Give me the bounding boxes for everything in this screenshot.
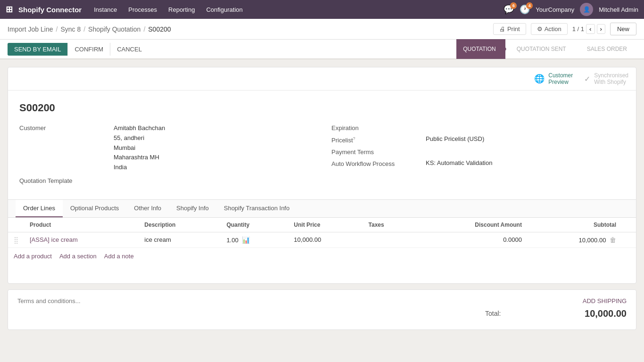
col-taxes: Taxes bbox=[363, 218, 415, 232]
main-content: 🌐 CustomerPreview ✓ SynchronisedWith Sho… bbox=[0, 59, 644, 360]
col-discount: Discount Amount bbox=[415, 218, 528, 232]
payment-terms-field: Payment Terms bbox=[331, 148, 625, 156]
action-button[interactable]: ⚙ Action bbox=[531, 23, 568, 35]
document-number: S00200 bbox=[19, 102, 625, 114]
chart-icon[interactable]: 📊 bbox=[242, 236, 250, 244]
terms-input[interactable] bbox=[17, 297, 298, 304]
terms-section bbox=[17, 297, 485, 304]
menu-processes[interactable]: Processes bbox=[124, 4, 162, 15]
totals-section: ADD SHIPPING Total: 10,000.00 bbox=[485, 297, 627, 322]
clock-badge: 4 bbox=[526, 2, 533, 9]
cancel-action-button[interactable]: CANCEL bbox=[110, 43, 149, 56]
print-icon: 🖨 bbox=[499, 25, 505, 33]
tab-other-info[interactable]: Other Info bbox=[126, 200, 169, 217]
total-value: 10,000.00 bbox=[585, 308, 627, 319]
add-shipping-link[interactable]: ADD SHIPPING bbox=[485, 297, 627, 304]
menu-instance[interactable]: Instance bbox=[89, 4, 122, 15]
breadcrumb-sync[interactable]: Sync 8 bbox=[60, 25, 81, 33]
sync-item: ✓ SynchronisedWith Shopify bbox=[584, 72, 628, 85]
customer-preview-item[interactable]: 🌐 CustomerPreview bbox=[534, 72, 573, 85]
form-left: Customer Amitabh Bachchan 55, andheri Mu… bbox=[19, 123, 313, 188]
step-quotation-sent[interactable]: QUOTATION SENT bbox=[505, 39, 576, 59]
user-name: Mitchell Admin bbox=[599, 6, 638, 13]
chat-button[interactable]: 💬 6 bbox=[504, 4, 514, 15]
send-email-button[interactable]: SEND BY EMAIL bbox=[8, 43, 67, 56]
menu-reporting[interactable]: Reporting bbox=[164, 4, 199, 15]
breadcrumb-import-job-line[interactable]: Import Job Line bbox=[8, 25, 53, 33]
main-card: 🌐 CustomerPreview ✓ SynchronisedWith Sho… bbox=[8, 67, 636, 284]
print-button[interactable]: 🖨 Print bbox=[493, 23, 526, 35]
cell-unit-price[interactable]: 10,000.00 bbox=[288, 232, 363, 247]
pricelist-label: Pricelist? bbox=[331, 135, 426, 144]
sep-3: / bbox=[143, 25, 145, 33]
avatar[interactable]: 👤 bbox=[580, 3, 593, 16]
cell-quantity: 1.00 📊 bbox=[221, 232, 288, 247]
customer-value[interactable]: Amitabh Bachchan 55, andheri Mumbai Maha… bbox=[114, 123, 313, 173]
breadcrumb-current: S00200 bbox=[148, 25, 171, 33]
add-note-link[interactable]: Add a note bbox=[104, 253, 134, 260]
prev-page-button[interactable]: ‹ bbox=[586, 24, 594, 34]
form-right: Expiration Pricelist? Public Pricelist (… bbox=[331, 123, 625, 188]
grid-icon[interactable]: ⊞ bbox=[6, 4, 13, 15]
breadcrumb: Import Job Line / Sync 8 / Shopify Quota… bbox=[8, 25, 171, 33]
tab-shopify-info[interactable]: Shopify Info bbox=[169, 200, 216, 217]
step-quotation[interactable]: QUOTATION bbox=[456, 39, 505, 59]
breadcrumb-shopify-quotation[interactable]: Shopify Quotation bbox=[88, 25, 140, 33]
customer-field: Customer Amitabh Bachchan 55, andheri Mu… bbox=[19, 123, 313, 173]
confirm-button[interactable]: CONFIRM bbox=[67, 43, 110, 56]
totals-table: Total: 10,000.00 bbox=[485, 308, 627, 319]
sep-1: / bbox=[56, 25, 58, 33]
action-label: Action bbox=[545, 25, 561, 33]
col-subtotal: Subtotal bbox=[528, 218, 622, 232]
tab-optional-products[interactable]: Optional Products bbox=[63, 200, 126, 217]
tab-shopify-transaction-info[interactable]: Shopify Transaction Info bbox=[216, 200, 297, 217]
form-grid: Customer Amitabh Bachchan 55, andheri Mu… bbox=[19, 123, 625, 188]
next-page-button[interactable]: › bbox=[597, 24, 605, 34]
breadcrumb-bar: Import Job Line / Sync 8 / Shopify Quota… bbox=[0, 19, 644, 40]
cell-description[interactable]: ice cream bbox=[139, 232, 221, 247]
add-links: Add a product Add a section Add a note bbox=[8, 248, 636, 264]
customer-label: Customer bbox=[19, 123, 114, 132]
gear-icon: ⚙ bbox=[537, 25, 543, 33]
total-row: Total: 10,000.00 bbox=[485, 308, 627, 319]
footer-card: ADD SHIPPING Total: 10,000.00 bbox=[8, 289, 636, 330]
action-buttons: SEND BY EMAIL CONFIRM CANCEL bbox=[8, 43, 149, 56]
sep-2: / bbox=[83, 25, 85, 33]
step-quotation-sent-label: QUOTATION SENT bbox=[517, 46, 566, 52]
delete-row-icon[interactable]: 🗑 bbox=[610, 236, 616, 244]
pricelist-help: ? bbox=[353, 136, 355, 141]
add-section-link[interactable]: Add a section bbox=[59, 253, 97, 260]
expiration-field: Expiration bbox=[331, 123, 625, 132]
expiration-label: Expiration bbox=[331, 123, 426, 132]
sync-label: SynchronisedWith Shopify bbox=[594, 72, 628, 85]
clock-button[interactable]: 🕐 4 bbox=[520, 4, 530, 15]
col-unit-price: Unit Price bbox=[288, 218, 363, 232]
step-sales-order[interactable]: SALES ORDER bbox=[576, 39, 636, 59]
print-label: Print bbox=[507, 25, 520, 33]
status-steps: QUOTATION QUOTATION SENT SALES ORDER bbox=[456, 39, 636, 59]
menu-configuration[interactable]: Configuration bbox=[201, 4, 247, 15]
globe-icon: 🌐 bbox=[534, 74, 545, 84]
cell-taxes[interactable] bbox=[363, 232, 415, 247]
cell-subtotal: 10,000.00 🗑 bbox=[528, 232, 622, 247]
form-body: S00200 Customer Amitabh Bachchan 55, and… bbox=[8, 90, 636, 199]
quotation-template-field: Quotation Template bbox=[19, 176, 313, 184]
preview-bar: 🌐 CustomerPreview ✓ SynchronisedWith Sho… bbox=[8, 67, 636, 90]
cell-product[interactable]: [ASSA] ice cream bbox=[24, 232, 139, 247]
pricelist-value[interactable]: Public Pricelist (USD) bbox=[426, 135, 625, 142]
pricelist-field: Pricelist? Public Pricelist (USD) bbox=[331, 135, 625, 144]
auto-workflow-value[interactable]: KS: Automatic Validation bbox=[426, 159, 625, 166]
top-navigation: ⊞ Shopify Connector Instance Processes R… bbox=[0, 0, 644, 19]
add-product-link[interactable]: Add a product bbox=[14, 253, 52, 260]
top-nav-right: 💬 6 🕐 4 YourCompany 👤 Mitchell Admin bbox=[504, 3, 638, 16]
tab-order-lines[interactable]: Order Lines bbox=[16, 200, 63, 217]
cell-discount[interactable]: 0.0000 bbox=[415, 232, 528, 247]
new-button[interactable]: New bbox=[610, 23, 636, 35]
drag-handle[interactable]: ⣿ bbox=[14, 236, 18, 244]
order-table: Product Description Quantity Unit Price … bbox=[8, 218, 636, 248]
chat-badge: 6 bbox=[510, 2, 517, 9]
company-name: YourCompany bbox=[536, 6, 574, 13]
customer-preview-label: CustomerPreview bbox=[548, 72, 573, 85]
col-description: Description bbox=[139, 218, 221, 232]
top-menu: Instance Processes Reporting Configurati… bbox=[89, 4, 496, 15]
